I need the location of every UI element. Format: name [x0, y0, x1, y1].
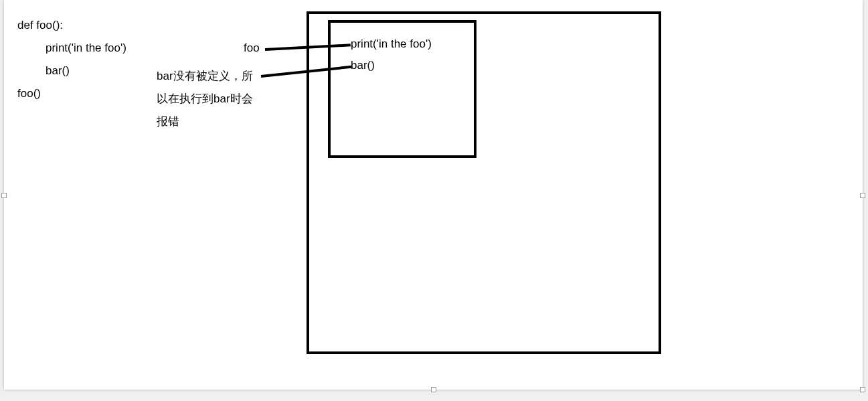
code-line-4: foo(): [17, 87, 41, 100]
code-line-1: def foo():: [17, 19, 63, 32]
note-line-2: 以在执行到bar时会: [157, 91, 253, 106]
code-line-2: print('in the foo'): [46, 42, 126, 55]
note-line-1: bar没有被定义，所: [157, 68, 253, 84]
page-handle-br: [860, 387, 865, 392]
document-page: def foo(): print('in the foo') bar() foo…: [4, 0, 863, 390]
code-line-3: bar(): [46, 64, 70, 78]
inner-line-2: bar(): [351, 59, 375, 72]
label-foo: foo: [244, 42, 260, 55]
note-line-3: 报错: [157, 114, 179, 129]
page-handle-right: [860, 193, 865, 198]
inner-line-1: print('in the foo'): [351, 37, 432, 51]
page-handle-bottom: [431, 387, 436, 392]
page-handle-left: [1, 193, 7, 198]
